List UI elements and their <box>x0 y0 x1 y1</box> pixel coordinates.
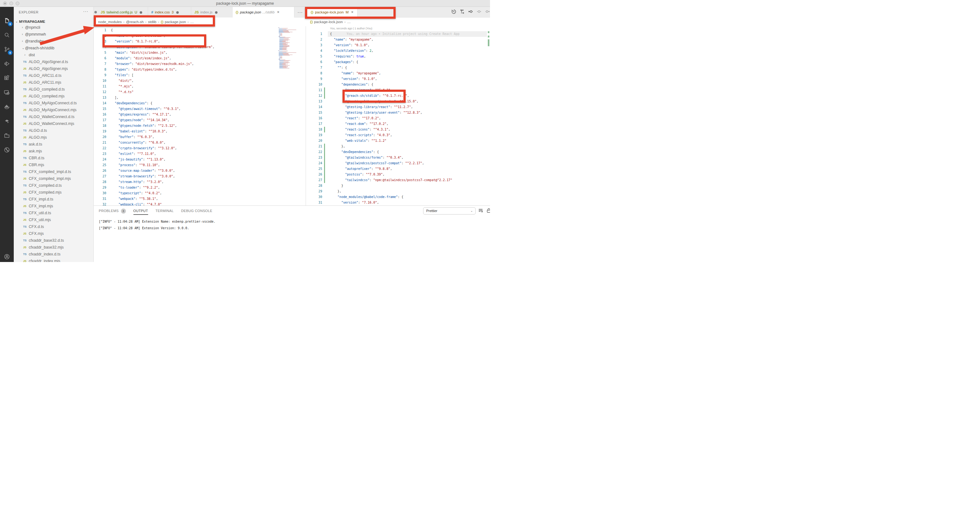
editor-package-lock-json[interactable]: You, seconds ago | 1 author (You) You, a… <box>305 26 490 205</box>
code-line-22[interactable]: 22 "crypto-browserify": "^3.12.0", <box>94 146 305 151</box>
dirty-dot-icon[interactable] <box>176 11 179 14</box>
compare-changes-icon[interactable] <box>460 9 465 15</box>
tree-file-ALGO_WalletConnect.d.ts[interactable]: TSALGO_WalletConnect.d.ts <box>14 113 94 120</box>
tab-package.json[interactable]: {}package.json .../stdlib× <box>232 7 294 17</box>
code-line-21[interactable]: 21 }, <box>306 144 490 149</box>
code-line-17[interactable]: 17 "react-dom": "^17.0.2", <box>306 121 490 127</box>
panel-tab-problems[interactable]: PROBLEMS3 <box>99 206 126 216</box>
code-line-17[interactable]: 17 "@types/node": "^14.14.34", <box>94 118 305 123</box>
tree-file-CFX_compiled_impl.mjs[interactable]: JSCFX_compiled_impl.mjs <box>14 175 94 182</box>
code-line-20[interactable]: 20 "web-vitals": "^1.1.2" <box>306 138 490 144</box>
editor-package-json[interactable]: 1{2 "name": "@reach-sh/stdlib",3 "versio… <box>94 26 305 205</box>
code-line-10[interactable]: 10 "dist/", <box>94 78 305 84</box>
code-line-14[interactable]: 14 "devDependencies": { <box>94 100 305 106</box>
code-line-6[interactable]: 6 "packages": { <box>306 59 490 65</box>
run-and-debug-icon[interactable] <box>0 57 14 71</box>
code-line-20[interactable]: 20 "buffer": "^6.0.3", <box>94 134 305 140</box>
tree-file-CFX.mjs[interactable]: JSCFX.mjs <box>14 230 94 237</box>
code-line-23[interactable]: 23 "eslint": "^7.11.0", <box>94 151 305 157</box>
code-line-27[interactable]: 27 "stream-browserify": "^3.0.0", <box>94 174 305 179</box>
tree-file-ALGO.d.ts[interactable]: TSALGO.d.ts <box>14 127 94 134</box>
docker-icon[interactable] <box>0 100 14 114</box>
code-line-11[interactable]: 11 "*.mjs", <box>94 84 305 89</box>
code-line-15[interactable]: 15 "@testing-library/user-event": "^12.8… <box>306 110 490 116</box>
tree-folder-dist[interactable]: ›dist <box>14 52 94 59</box>
tree-file-CFX_impl.mjs[interactable]: JSCFX_impl.mjs <box>14 203 94 210</box>
tree-file-CFX_util.mjs[interactable]: JSCFX_util.mjs <box>14 216 94 223</box>
code-line-21[interactable]: 21 "concurrently": "^6.0.0", <box>94 140 305 146</box>
reach-extension-icon[interactable] <box>0 114 14 128</box>
tree-file-ALGO_compiled.d.ts[interactable]: TSALGO_compiled.d.ts <box>14 86 94 93</box>
remote-explorer-icon[interactable] <box>0 86 14 99</box>
dirty-dot-icon[interactable] <box>140 11 142 14</box>
dirty-dot-icon[interactable] <box>215 11 218 14</box>
code-line-18[interactable]: 18 "@types/node-fetch": "^2.5.12", <box>94 123 305 129</box>
tree-file-CBR.mjs[interactable]: JSCBR.mjs <box>14 162 94 168</box>
tree-file-ALGO_AlgoSigner.mjs[interactable]: JSALGO_AlgoSigner.mjs <box>14 65 94 72</box>
previous-change-icon[interactable] <box>468 9 473 15</box>
tree-file-ALGO_ARC11.mjs[interactable]: JSALGO_ARC11.mjs <box>14 79 94 86</box>
project-root-row[interactable]: ⌄ MYRAPAGAME <box>14 18 94 25</box>
source-control-icon[interactable]: 6 <box>0 43 14 56</box>
panel-tab-debug-console[interactable]: DEBUG CONSOLE <box>181 206 213 216</box>
code-line-9[interactable]: 9 "files": [ <box>94 73 305 78</box>
tree-file-CBR.d.ts[interactable]: TSCBR.d.ts <box>14 155 94 162</box>
tree-file-ALGO_MyAlgoConnect.mjs[interactable]: JSALGO_MyAlgoConnect.mjs <box>14 106 94 113</box>
code-line-1[interactable]: 1{ <box>306 31 490 37</box>
code-line-19[interactable]: 19 "react-scripts": "4.0.3", <box>306 132 490 138</box>
code-line-25[interactable]: 25 "process": "^0.11.10", <box>94 162 305 168</box>
tree-file-CFX_compiled.d.ts[interactable]: TSCFX_compiled.d.ts <box>14 182 94 189</box>
panel-tab-output[interactable]: OUTPUT <box>134 206 148 216</box>
lock-output-icon[interactable] <box>486 208 490 214</box>
code-line-28[interactable]: 28 } <box>306 183 490 189</box>
code-line-4[interactable]: 4 "lockfileVersion": 2, <box>306 48 490 54</box>
search-icon[interactable] <box>0 28 14 42</box>
code-line-13[interactable]: 13 ], <box>94 95 305 100</box>
tree-folder-@reach-sh/stdlib[interactable]: ⌄@reach-sh/stdlib <box>14 44 94 52</box>
clear-output-icon[interactable] <box>478 208 483 214</box>
tree-file-cfxaddr_index.mjs[interactable]: JScfxaddr_index.mjs <box>14 258 94 262</box>
tree-file-CFX_compiled.mjs[interactable]: JSCFX_compiled.mjs <box>14 189 94 196</box>
code-line-7[interactable]: 7 "browser": "dist/browser/reachsdk.min.… <box>94 61 305 67</box>
code-line-29[interactable]: 29 "ts-loader": "^9.2.2", <box>94 185 305 191</box>
code-line-16[interactable]: 16 "@types/express": "^4.17.1", <box>94 112 305 118</box>
code-line-27[interactable]: 27 "tailwindcss": "npm:@tailwindcss/post… <box>306 177 490 183</box>
explorer-icon[interactable]: 6 <box>0 14 14 27</box>
tree-file-cfxaddr_index.d.ts[interactable]: TScfxaddr_index.d.ts <box>14 251 94 258</box>
open-change-icon[interactable] <box>477 9 482 15</box>
code-line-31[interactable]: 31 "webpack": "^5.38.1", <box>94 196 305 202</box>
tree-file-ask.mjs[interactable]: JSask.mjs <box>14 148 94 155</box>
tree-file-ALGO_compiled.mjs[interactable]: JSALGO_compiled.mjs <box>14 93 94 100</box>
breadcrumb-item[interactable]: {}package-lock.json <box>310 20 343 24</box>
tree-folder-@pmmmwh[interactable]: ›@pmmmwh <box>14 31 94 38</box>
code-line-18[interactable]: 18 "react-icons": "^4.3.1", <box>306 127 490 132</box>
code-line-26[interactable]: 26 "postcss": "^7.0.39", <box>306 172 490 177</box>
code-line-30[interactable]: 30 "typescript": "^4.0.2", <box>94 191 305 196</box>
code-line-8[interactable]: 8 "name": "myrapagame", <box>306 71 490 76</box>
tree-file-cfxaddr_base32.d.ts[interactable]: TScfxaddr_base32.d.ts <box>14 237 94 244</box>
code-line-9[interactable]: 9 "version": "0.1.0", <box>306 76 490 82</box>
code-line-31[interactable]: 31 "version": "7.16.0", <box>306 200 490 205</box>
code-line-5[interactable]: 5 "main": "dist/cjs/index.js", <box>94 50 305 56</box>
code-line-10[interactable]: 10 "dependencies": { <box>306 82 490 87</box>
tree-file-ask.d.ts[interactable]: TSask.d.ts <box>14 141 94 148</box>
panel-tab-terminal[interactable]: TERMINAL <box>156 206 174 216</box>
extensions-icon[interactable] <box>0 71 14 85</box>
code-line-24[interactable]: 24 "js-beautify": "^1.13.0", <box>94 157 305 162</box>
project-manager-icon[interactable] <box>0 129 14 142</box>
close-icon[interactable]: × <box>277 10 280 14</box>
breadcrumb-item[interactable]: … <box>347 20 351 24</box>
tree-file-CFX.d.ts[interactable]: TSCFX.d.ts <box>14 223 94 230</box>
code-line-23[interactable]: 23 "@tailwindcss/forms": "^0.3.4", <box>306 155 490 160</box>
code-line-32[interactable]: 32 "webpack-cli": "^4.7.0" <box>94 202 305 205</box>
code-line-3[interactable]: 3 "version": "0.1.0", <box>306 43 490 48</box>
next-change-icon[interactable] <box>485 9 490 15</box>
code-line-1[interactable]: 1{ <box>94 27 305 33</box>
tree-file-CFX_compiled_impl.d.ts[interactable]: TSCFX_compiled_impl.d.ts <box>14 168 94 175</box>
code-line-7[interactable]: 7 "": { <box>306 65 490 71</box>
tree-folder-@randlabs[interactable]: ›@randlabs <box>14 38 94 44</box>
code-line-16[interactable]: 16 "react": "^17.0.2", <box>306 116 490 121</box>
tree-file-CFX_impl.d.ts[interactable]: TSCFX_impl.d.ts <box>14 196 94 203</box>
tree-file-ALGO_AlgoSigner.d.ts[interactable]: TSALGO_AlgoSigner.d.ts <box>14 59 94 65</box>
tab-more-actions-icon[interactable]: ··· <box>298 7 303 17</box>
